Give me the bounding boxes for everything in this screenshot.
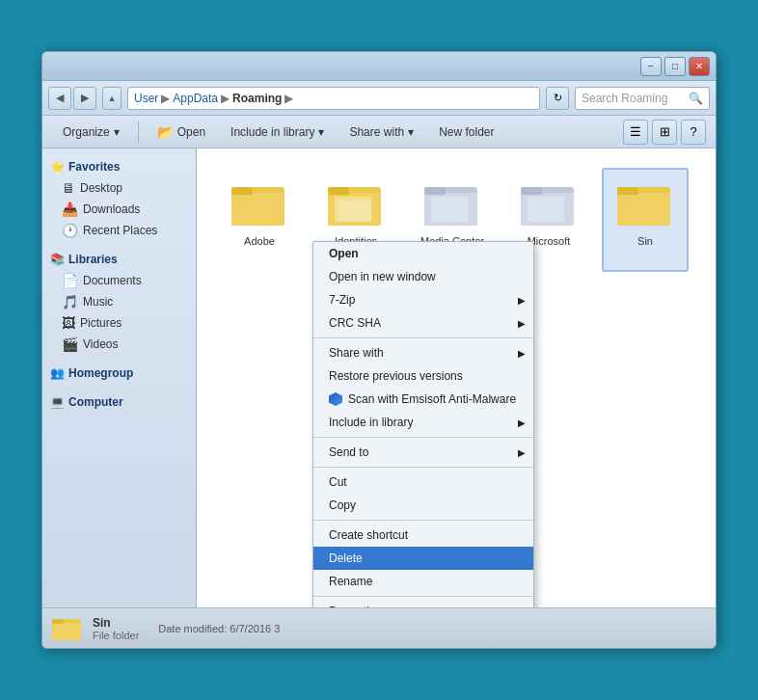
submenu-arrow-icon: ▶: [518, 295, 526, 306]
context-menu-item-cut[interactable]: Cut: [313, 471, 533, 494]
context-menu-item-share-with[interactable]: Share with▶: [313, 341, 533, 364]
downloads-icon: 📥: [62, 202, 78, 217]
open-button[interactable]: 📂 Open: [147, 120, 216, 145]
context-menu: OpenOpen in new window7-Zip▶CRC SHA▶Shar…: [312, 241, 534, 607]
context-menu-item-restore-previous-versions[interactable]: Restore previous versions: [313, 364, 533, 388]
recent-places-label: Recent Places: [83, 224, 157, 237]
minimize-button[interactable]: −: [640, 57, 662, 76]
sidebar-item-downloads[interactable]: 📥 Downloads: [42, 199, 196, 220]
breadcrumb-roaming[interactable]: Roaming: [232, 92, 282, 105]
main-content: ⭐ Favorites 🖥 Desktop 📥 Downloads 🕐 Rece…: [42, 148, 716, 607]
desktop-label: Desktop: [80, 181, 122, 195]
folder-icon-identities: [327, 177, 385, 230]
computer-header[interactable]: 💻 Computer: [42, 391, 196, 413]
view-button-2[interactable]: ⊞: [652, 120, 677, 145]
sidebar: ⭐ Favorites 🖥 Desktop 📥 Downloads 🕐 Rece…: [42, 148, 197, 607]
context-menu-separator: [313, 437, 533, 438]
libraries-section: 📚 Libraries 📄 Documents 🎵 Music 🖼 Pictur…: [42, 249, 196, 355]
homegroup-section: 👥 Homegroup: [42, 363, 196, 384]
context-menu-separator: [313, 520, 533, 521]
svg-rect-11: [431, 197, 468, 222]
context-menu-item-include-in-library[interactable]: Include in library▶: [313, 411, 533, 434]
search-box[interactable]: Search Roaming 🔍: [575, 87, 710, 110]
back-button[interactable]: ◀: [48, 87, 71, 110]
pictures-icon: 🖼: [62, 315, 75, 331]
recent-places-icon: 🕐: [62, 223, 78, 238]
status-folder-icon: [52, 613, 83, 644]
libraries-icon: 📚: [50, 253, 65, 266]
folder-icon-adobe: [230, 177, 288, 230]
context-menu-separator: [313, 337, 533, 338]
favorites-header[interactable]: ⭐ Favorites: [42, 156, 196, 177]
submenu-arrow-icon: ▶: [518, 348, 526, 359]
search-placeholder: Search Roaming: [582, 92, 667, 105]
context-menu-item-create-shortcut[interactable]: Create shortcut: [313, 524, 533, 547]
close-button[interactable]: ✕: [689, 57, 710, 76]
context-menu-item-rename[interactable]: Rename: [313, 570, 533, 593]
file-item-sin[interactable]: Sin: [602, 168, 689, 272]
title-bar: − □ ✕: [42, 52, 716, 81]
toolbar: Organize ▾ 📂 Open Include in library ▾ S…: [42, 116, 716, 148]
submenu-arrow-icon: ▶: [518, 318, 526, 329]
address-bar: ◀ ▶ ▲ User ▶ AppData ▶ Roaming ▶ ↻ Searc…: [42, 81, 716, 116]
share-with-button[interactable]: Share with ▾: [338, 120, 424, 145]
computer-label: Computer: [68, 395, 123, 409]
maximize-button[interactable]: □: [664, 57, 686, 76]
sidebar-item-documents[interactable]: 📄 Documents: [42, 270, 196, 291]
pictures-label: Pictures: [80, 316, 122, 330]
file-label-sin: Sin: [637, 234, 653, 248]
breadcrumb-user[interactable]: User: [134, 92, 158, 105]
forward-button[interactable]: ▶: [73, 87, 96, 110]
context-menu-item-delete[interactable]: Delete: [313, 547, 533, 570]
file-item-adobe[interactable]: Adobe: [216, 168, 303, 272]
context-menu-item-copy[interactable]: Copy: [313, 494, 533, 517]
libraries-label: Libraries: [68, 253, 118, 266]
svg-rect-10: [424, 187, 446, 195]
sidebar-item-desktop[interactable]: 🖥 Desktop: [42, 177, 196, 199]
libraries-header[interactable]: 📚 Libraries: [42, 249, 196, 270]
videos-label: Videos: [83, 337, 118, 351]
breadcrumb-appdata[interactable]: AppData: [173, 92, 218, 105]
music-icon: 🎵: [62, 294, 78, 310]
sidebar-item-recent-places[interactable]: 🕐 Recent Places: [42, 220, 196, 241]
svg-rect-5: [328, 187, 349, 195]
view-button-1[interactable]: ☰: [623, 120, 648, 145]
documents-icon: 📄: [62, 273, 78, 288]
file-area[interactable]: Adobe Identities: [197, 148, 716, 607]
context-menu-item-open-in-new-window[interactable]: Open in new window: [313, 265, 533, 288]
include-library-button[interactable]: Include in library ▾: [220, 120, 335, 145]
context-menu-separator: [313, 596, 533, 597]
folder-icon-sin: [616, 177, 674, 230]
downloads-label: Downloads: [83, 202, 140, 216]
svg-rect-14: [521, 187, 542, 195]
breadcrumb[interactable]: User ▶ AppData ▶ Roaming ▶: [127, 87, 540, 110]
explorer-window: − □ ✕ ◀ ▶ ▲ User ▶ AppData ▶ Roaming ▶ ↻…: [41, 51, 717, 649]
status-type: File folder: [93, 630, 139, 641]
search-icon: 🔍: [689, 92, 703, 105]
share-dropdown-icon: ▾: [408, 125, 414, 139]
favorites-label: Favorites: [68, 160, 120, 174]
documents-label: Documents: [83, 274, 142, 287]
up-button[interactable]: ▲: [102, 87, 122, 110]
refresh-button[interactable]: ↻: [546, 87, 569, 110]
homegroup-header[interactable]: 👥 Homegroup: [42, 363, 196, 384]
context-menu-item-crc-sha[interactable]: CRC SHA▶: [313, 311, 533, 335]
context-menu-item-open[interactable]: Open: [313, 242, 533, 265]
context-menu-item-scan-with-emsisoft-anti-malware[interactable]: Scan with Emsisoft Anti-Malware: [313, 388, 533, 411]
sidebar-item-music[interactable]: 🎵 Music: [42, 291, 196, 312]
shield-icon: [329, 392, 342, 406]
status-info: Sin File folder: [93, 616, 139, 641]
desktop-icon: 🖥: [62, 180, 75, 196]
status-bar: Sin File folder Date modified: 6/7/2016 …: [42, 607, 716, 648]
svg-rect-17: [617, 193, 670, 226]
context-menu-item-send-to[interactable]: Send to▶: [313, 441, 533, 464]
help-button[interactable]: ?: [681, 120, 706, 145]
context-menu-item-7-zip[interactable]: 7-Zip▶: [313, 288, 533, 311]
nav-buttons: ◀ ▶: [48, 87, 96, 110]
organize-button[interactable]: Organize ▾: [52, 120, 130, 145]
context-menu-item-properties[interactable]: Properties: [313, 600, 533, 607]
sidebar-item-pictures[interactable]: 🖼 Pictures: [42, 312, 196, 334]
sidebar-item-videos[interactable]: 🎬 Videos: [42, 334, 196, 355]
new-folder-button[interactable]: New folder: [428, 120, 504, 145]
svg-rect-15: [528, 197, 564, 222]
